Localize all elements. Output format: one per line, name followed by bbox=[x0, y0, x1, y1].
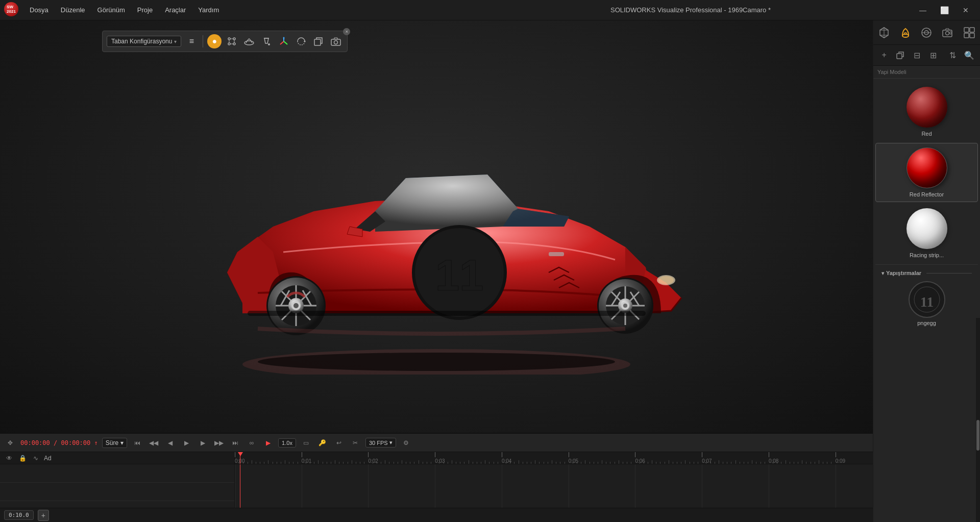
keyframe-button[interactable]: 🔑 bbox=[316, 437, 329, 449]
playhead[interactable] bbox=[240, 452, 240, 464]
ruler-minor-1-15 bbox=[364, 462, 364, 464]
toolbar-axis-icon[interactable] bbox=[277, 34, 291, 48]
duration-dropdown[interactable]: Süre ▾ bbox=[102, 438, 127, 448]
add-track-button[interactable]: + bbox=[38, 510, 49, 521]
ruler-minor-4-8 bbox=[535, 460, 535, 464]
ruler-minor-3-5 bbox=[456, 462, 456, 464]
stagger-button[interactable]: ⚙ bbox=[400, 437, 412, 449]
ruler-minor-8-15 bbox=[831, 462, 831, 464]
material-item-red-reflector[interactable]: Red Reflector bbox=[875, 143, 978, 202]
viewport-canvas[interactable]: 11 bbox=[0, 20, 873, 433]
ruler-minor-tick-0-9 bbox=[273, 462, 273, 464]
ruler-minor-tick-3-5 bbox=[456, 462, 456, 464]
ruler-bar[interactable]: 0:000:010:020:030:040:050:060:070:080:09 bbox=[235, 452, 873, 464]
speed-display[interactable]: 1.0x bbox=[278, 438, 296, 448]
skip-to-start-button[interactable]: ⏮ bbox=[131, 437, 143, 449]
split-material-button[interactable]: ⊟ bbox=[910, 48, 923, 62]
toolbar-mesh-icon[interactable] bbox=[225, 34, 239, 48]
ruler-minor-7-13 bbox=[756, 462, 756, 464]
config-dropdown[interactable]: Taban Konfigürasyonu ▾ bbox=[107, 36, 181, 47]
end-time-badge: 0:10.0 bbox=[4, 510, 34, 520]
skip-to-end-button[interactable]: ⏭ bbox=[229, 437, 241, 449]
menu-yardim[interactable]: Yardım bbox=[193, 4, 224, 16]
timeline-content[interactable] bbox=[235, 464, 873, 508]
toolbar-camera-icon[interactable] bbox=[329, 34, 343, 48]
menu-dosya[interactable]: Dosya bbox=[24, 4, 54, 16]
play-mode-button[interactable]: ▶ bbox=[262, 437, 274, 449]
search-button[interactable]: 🔍 bbox=[963, 48, 976, 62]
ruler-minor-tick-6-6 bbox=[660, 462, 660, 464]
tab-model[interactable] bbox=[874, 22, 894, 43]
next-frame-button[interactable]: ▶▶ bbox=[213, 437, 225, 449]
prev-frame-button[interactable]: ◀◀ bbox=[148, 437, 160, 449]
ruler-minor-tick-5-5 bbox=[590, 462, 590, 464]
track-eye-header[interactable]: 👁 bbox=[4, 453, 14, 463]
material-item-racing-strip[interactable]: Racing strip... bbox=[875, 204, 978, 262]
scrollbar-thumb[interactable] bbox=[976, 420, 979, 451]
step-back-button[interactable]: ◀ bbox=[164, 437, 176, 449]
play-button[interactable]: ▶ bbox=[180, 437, 192, 449]
fps-display[interactable]: 30 FPS ▾ bbox=[365, 438, 396, 448]
ruler-minor-1-6 bbox=[327, 462, 327, 464]
ruler-minor-3-12 bbox=[485, 460, 485, 464]
track-lock-header[interactable]: 🔒 bbox=[17, 453, 28, 463]
menu-proje[interactable]: Proje bbox=[132, 4, 158, 16]
maximize-button[interactable]: ⬜ bbox=[934, 3, 954, 18]
menu-gorunum[interactable]: Görünüm bbox=[92, 4, 130, 16]
scissors-button[interactable]: ✂ bbox=[349, 437, 361, 449]
svg-point-39 bbox=[623, 304, 627, 308]
menu-duzenle[interactable]: Düzenle bbox=[56, 4, 90, 16]
ruler-minor-0-14 bbox=[293, 462, 293, 464]
decal-item-pngegg[interactable]: 11 pngegg bbox=[877, 278, 976, 329]
tab-appearance[interactable] bbox=[895, 22, 916, 43]
ruler-minor-tick-7-1 bbox=[706, 462, 706, 464]
loop-button[interactable]: ∞ bbox=[246, 437, 258, 449]
toolbar-hat-icon[interactable] bbox=[242, 34, 256, 48]
ruler-minor-2-2 bbox=[377, 462, 377, 464]
grid-view-button[interactable]: ⊞ bbox=[927, 48, 940, 62]
toolbar-list-icon[interactable]: ≡ bbox=[184, 34, 199, 48]
ruler-minor-tick-8-10 bbox=[811, 462, 811, 464]
curve-button[interactable]: ↩ bbox=[333, 437, 345, 449]
tab-camera[interactable] bbox=[938, 22, 958, 43]
ruler-minor-7-11 bbox=[748, 462, 748, 464]
menu-araclar[interactable]: Araçlar bbox=[160, 4, 191, 16]
track-curve-header[interactable]: ∿ bbox=[31, 453, 41, 463]
panel-scrollbar[interactable] bbox=[976, 318, 980, 522]
toolbar-bucket-icon[interactable] bbox=[259, 34, 274, 48]
duration-label: Süre bbox=[106, 439, 118, 446]
ruler-minor-tick-6-4 bbox=[652, 460, 652, 464]
ruler-minor-tick-4-8 bbox=[535, 460, 535, 464]
ruler-minor-1-9 bbox=[339, 462, 339, 464]
decals-header[interactable]: ▾ Yapıştırmalar bbox=[877, 268, 976, 278]
toolbar-sphere-icon[interactable]: ● bbox=[207, 34, 222, 48]
ruler-minor-tick-0-15 bbox=[298, 462, 298, 464]
close-button[interactable]: ✕ bbox=[955, 3, 976, 18]
waveform-button[interactable]: ▭ bbox=[300, 437, 312, 449]
tab-layout[interactable] bbox=[959, 22, 979, 43]
add-material-button[interactable]: + bbox=[877, 48, 891, 62]
ruler-minor-tick-6-1 bbox=[640, 462, 640, 464]
ruler-minor-tick-8-8 bbox=[802, 460, 802, 464]
material-list[interactable]: Red Red Reflector Racing strip... ▾ Yapı… bbox=[873, 79, 980, 522]
sort-button[interactable]: ⇅ bbox=[946, 48, 960, 62]
tab-environment[interactable] bbox=[916, 22, 937, 43]
grid-line-9 bbox=[836, 464, 836, 508]
ruler-minor-tick-8-11 bbox=[815, 462, 815, 464]
toolbar-refresh-icon[interactable] bbox=[294, 34, 308, 48]
car-render: 11 bbox=[0, 20, 873, 433]
ruler-minor-4-1 bbox=[506, 462, 506, 464]
timeline-tool-button[interactable]: ✥ bbox=[4, 437, 16, 449]
toolbar-copy-icon[interactable] bbox=[311, 34, 326, 48]
ruler-minor-1-1 bbox=[306, 462, 306, 464]
ruler-minor-7-8 bbox=[736, 460, 736, 464]
step-forward-button[interactable]: ▶ bbox=[197, 437, 209, 449]
ruler-minor-2-5 bbox=[389, 462, 389, 464]
ruler-minor-7-1 bbox=[706, 462, 706, 464]
duplicate-material-button[interactable] bbox=[894, 48, 907, 62]
ruler-minor-0-4 bbox=[252, 460, 252, 464]
ruler-minor-0-3 bbox=[248, 462, 248, 464]
material-item-red[interactable]: Red bbox=[875, 83, 978, 141]
minimize-button[interactable]: — bbox=[913, 3, 933, 18]
svg-point-2 bbox=[228, 43, 230, 45]
